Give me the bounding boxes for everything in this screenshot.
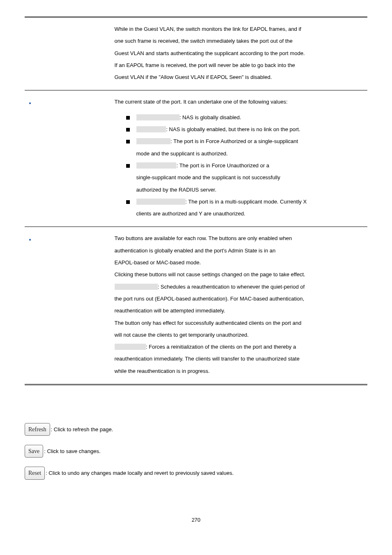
state1-text: : NAS is globally disabled. xyxy=(180,114,241,120)
highlight-placeholder xyxy=(136,199,186,205)
reset-description: : Click to undo any changes made locally… xyxy=(46,468,233,478)
row1-line5: Guest VLAN if the "Allow Guest VLAN if E… xyxy=(115,72,364,83)
row3-line8: The button only has effect for successfu… xyxy=(115,317,364,328)
highlight-placeholder xyxy=(136,126,166,132)
row3-line3: EAPOL-based or MAC-based mode. xyxy=(115,257,364,268)
row3-line11: reauthentication immediately. The client… xyxy=(115,353,364,364)
state4-cont1: single-supplicant mode and the supplican… xyxy=(126,172,364,183)
reset-row: Reset : Click to undo any changes made l… xyxy=(25,467,367,479)
highlight-placeholder xyxy=(136,138,171,144)
row3-line1: Two buttons are available for each row. … xyxy=(115,233,364,244)
highlight-placeholder xyxy=(136,114,180,120)
refresh-description: : Click to refresh the page. xyxy=(51,425,113,434)
row1-right-cell: While in the Guest VLAN, the switch moni… xyxy=(111,17,368,90)
row3-line5: : Schedules a reauthentication to whenev… xyxy=(115,281,364,292)
save-description: : Click to save changes. xyxy=(44,446,100,456)
row3-left-cell: ● xyxy=(25,227,111,385)
row2-intro: The current state of the port. It can un… xyxy=(115,96,364,107)
square-icon xyxy=(126,140,130,143)
row1-line1: While in the Guest VLAN, the switch moni… xyxy=(115,23,364,35)
square-icon xyxy=(126,164,130,168)
row1-line2: one such frame is received, the switch i… xyxy=(115,35,364,46)
row1-line4: If an EAPOL frame is received, the port … xyxy=(115,60,364,71)
state-item-1: : NAS is globally disabled. xyxy=(126,112,364,123)
state4-text: : The port is in Force Unauthorized or a xyxy=(176,162,269,169)
state-item-5: : The port is in a multi-supplicant mode… xyxy=(126,196,364,207)
refresh-button[interactable]: Refresh xyxy=(25,423,50,436)
highlight-placeholder xyxy=(115,344,146,350)
state-item-4: : The port is in Force Unauthorized or a xyxy=(126,160,364,171)
row3-line12: while the reauthentication is in progres… xyxy=(115,365,364,377)
state3-text: : The port is in Force Authorized or a s… xyxy=(171,138,298,144)
bullet-icon: ● xyxy=(29,233,31,244)
state-item-3: : The port is in Force Authorized or a s… xyxy=(126,136,364,147)
state3-cont: mode and the supplicant is authorized. xyxy=(126,148,364,159)
row3-line4: Clicking these buttons will not cause se… xyxy=(115,269,364,280)
row2-left-cell: ● xyxy=(25,90,111,227)
save-row: Save : Click to save changes. xyxy=(25,445,367,458)
square-icon xyxy=(126,116,130,120)
save-button[interactable]: Save xyxy=(25,445,43,458)
row3-line9: will not cause the clients to get tempor… xyxy=(115,329,364,340)
state2-text: : NAS is globally enabled, but there is … xyxy=(166,126,300,132)
page-number: 270 xyxy=(25,517,367,523)
row3-p5: : Schedules a reauthentication to whenev… xyxy=(158,284,305,290)
square-icon xyxy=(126,128,130,132)
row2-right-cell: The current state of the port. It can un… xyxy=(111,90,368,227)
row3-p10: : Forces a reinitialization of the clien… xyxy=(146,344,296,350)
row3-line7: reauthentication will be attempted immed… xyxy=(115,305,364,316)
reset-button[interactable]: Reset xyxy=(25,467,45,479)
highlight-placeholder xyxy=(136,162,177,169)
row3-right-cell: Two buttons are available for each row. … xyxy=(111,227,368,385)
highlight-placeholder xyxy=(115,284,158,290)
row3-line2: authentication is globally enabled and t… xyxy=(115,245,364,256)
state4-cont2: authorized by the RADIUS server. xyxy=(126,184,364,195)
description-table: While in the Guest VLAN, the switch moni… xyxy=(25,16,367,385)
bullet-icon: ● xyxy=(29,96,31,107)
state5-cont: clients are authorized and Y are unautho… xyxy=(126,208,364,219)
state-item-2: : NAS is globally enabled, but there is … xyxy=(126,124,364,135)
row1-left-cell xyxy=(25,17,111,90)
state5-text: : The port is in a multi-supplicant mode… xyxy=(185,199,307,205)
row3-line6: the port runs out (EAPOL-based authentic… xyxy=(115,293,364,304)
refresh-row: Refresh : Click to refresh the page. xyxy=(25,423,367,436)
row1-line3: Guest VLAN and starts authenticating the… xyxy=(115,48,364,59)
square-icon xyxy=(126,200,130,204)
row3-line10: : Forces a reinitialization of the clien… xyxy=(115,341,364,352)
